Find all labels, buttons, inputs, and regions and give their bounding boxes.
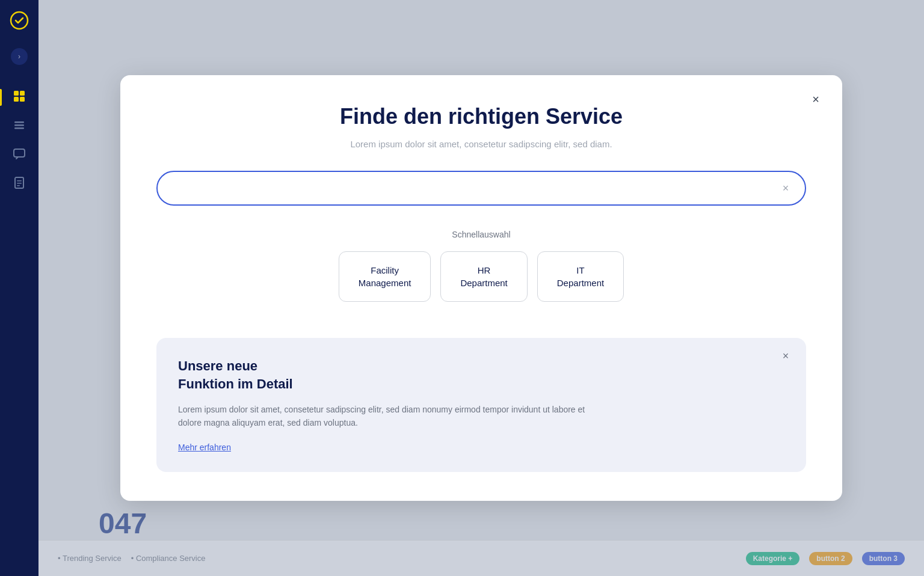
svg-rect-12 (17, 185, 20, 186)
svg-rect-11 (17, 183, 22, 184)
chevron-right-icon: › (18, 52, 20, 61)
clear-icon: × (783, 182, 789, 195)
svg-rect-8 (14, 149, 25, 157)
sidebar-item-list[interactable] (6, 113, 32, 139)
chat-icon (13, 147, 26, 164)
svg-rect-3 (14, 97, 19, 102)
svg-rect-1 (14, 91, 19, 96)
info-card-text: Lorem ipsum dolor sit amet, consetetur s… (178, 403, 587, 430)
service-finder-modal: × Finde den richtigen Service Lorem ipsu… (120, 75, 842, 500)
list-icon (13, 118, 26, 135)
close-icon: × (812, 93, 819, 106)
dashboard-icon (13, 90, 26, 106)
svg-rect-4 (20, 97, 25, 102)
svg-rect-5 (14, 121, 24, 123)
sidebar-nav (0, 84, 38, 197)
modal-title: Finde den richtigen Service (156, 104, 806, 129)
quick-option-facility[interactable]: FacilityManagement (339, 251, 431, 302)
quick-option-hr[interactable]: HRDepartment (440, 251, 527, 302)
sidebar-item-reports[interactable] (6, 171, 32, 197)
sidebar-item-chat[interactable] (6, 142, 32, 168)
search-input[interactable] (156, 171, 806, 206)
info-card-link[interactable]: Mehr erfahren (178, 443, 231, 452)
svg-rect-7 (14, 127, 24, 129)
modal-subtitle: Lorem ipsum dolor sit amet, consetetur s… (156, 139, 806, 149)
svg-rect-6 (14, 124, 24, 126)
svg-point-0 (11, 12, 28, 29)
search-container: × (156, 171, 806, 206)
app-logo (8, 10, 30, 31)
search-clear-button[interactable]: × (777, 180, 794, 197)
svg-rect-10 (17, 180, 22, 182)
main-content: 047 • Trending Service • Compliance Serv… (38, 0, 924, 576)
quick-select-label: Schnellauswahl (156, 230, 806, 239)
sidebar-item-dashboard[interactable] (6, 84, 32, 111)
quick-option-it[interactable]: ITDepartment (537, 251, 624, 302)
reports-icon (13, 176, 26, 192)
modal-close-button[interactable]: × (806, 90, 825, 109)
info-card-title: Unsere neueFunktion im Detail (178, 357, 784, 393)
info-card-close-button[interactable]: × (777, 348, 794, 364)
quick-select-options: FacilityManagement HRDepartment ITDepart… (156, 251, 806, 302)
info-card: × Unsere neueFunktion im Detail Lorem ip… (156, 338, 806, 471)
modal-wrapper: × Finde den richtigen Service Lorem ipsu… (38, 0, 924, 576)
sidebar: › (0, 0, 38, 576)
sidebar-toggle[interactable]: › (11, 48, 28, 65)
svg-rect-2 (20, 91, 25, 96)
info-card-close-icon: × (783, 350, 789, 363)
